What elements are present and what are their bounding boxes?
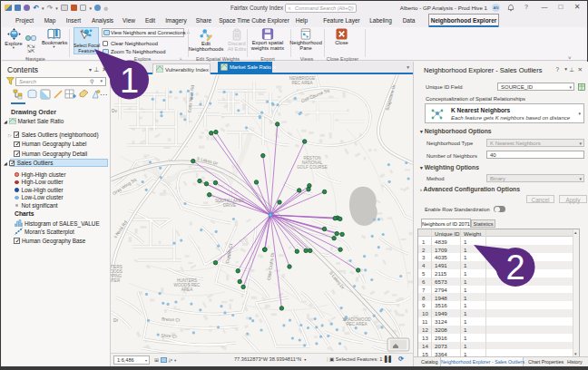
svg-text:REC AREA: REC AREA bbox=[346, 322, 368, 326]
svg-text:NTER: NTER bbox=[111, 278, 121, 283]
svg-text:Dr: Dr bbox=[113, 318, 118, 323]
svg-text:REC AREA: REC AREA bbox=[291, 81, 313, 85]
svg-text:DRIVE: DRIVE bbox=[223, 203, 236, 208]
svg-text:1: 1 bbox=[120, 62, 139, 100]
svg-text:2: 2 bbox=[505, 248, 524, 287]
svg-text:Shire Ct: Shire Ct bbox=[161, 334, 177, 339]
svg-text:GOLF COURSE: GOLF COURSE bbox=[297, 165, 327, 170]
svg-text:AREA: AREA bbox=[181, 287, 193, 292]
